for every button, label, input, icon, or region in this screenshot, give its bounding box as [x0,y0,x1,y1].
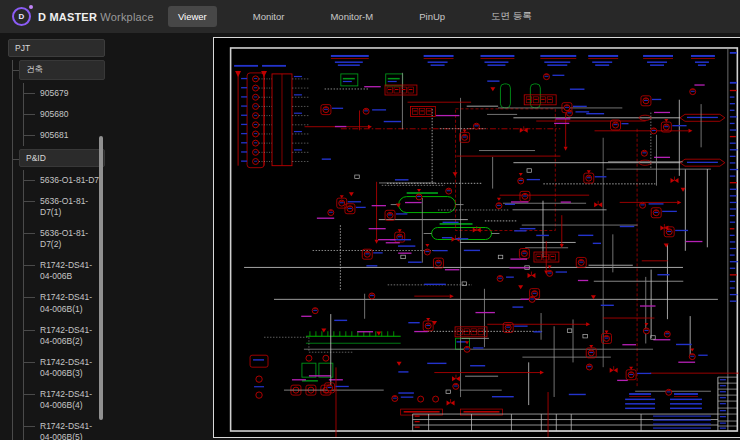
nav-tabs: ViewerMonitorMonitor-MPinUp도면 등록 [168,5,542,28]
tab-monitor[interactable]: Monitor [243,6,295,27]
logo-letter: D [19,13,25,21]
tab-monitor-m[interactable]: Monitor-M [320,6,383,27]
tree-item-5636-o1-81-d7[interactable]: 5636-O1-81-D7 [36,170,105,191]
tab-pinup[interactable]: PinUp [409,6,455,27]
tree-item-r1742-ds41-04-006b-2-[interactable]: R1742-DS41-04-006B(2) [36,320,105,352]
tree-item-r1742-ds41-04-006b-1-[interactable]: R1742-DS41-04-006B(1) [36,287,105,319]
tree-item-905680[interactable]: 905680 [36,104,105,125]
pid-diagram [214,38,739,437]
tree-item-r1742-ds41-04-006b-4-[interactable]: R1742-DS41-04-006B(4) [36,384,105,416]
project-tree-panel: PJT건축905679905680905681P&ID5636-O1-81-D7… [0,33,213,440]
tree-scrollbar[interactable] [99,136,103,420]
brand-light: Workplace [100,11,154,23]
tree-group-pjt[interactable]: PJT [8,39,105,57]
app-logo: D D MASTER Workplace [12,7,154,26]
tab-도면-등록[interactable]: 도면 등록 [481,5,542,28]
tree-item-905681[interactable]: 905681 [36,125,105,146]
tab-viewer[interactable]: Viewer [168,6,217,27]
tree-item-r1742-ds41-04-006b-5-[interactable]: R1742-DS41-04-006B(5) [36,416,105,440]
tree-item-5636-o1-81-d7-2-[interactable]: 5636-O1-81-D7(2) [36,223,105,255]
project-tree: PJT건축905679905680905681P&ID5636-O1-81-D7… [8,39,105,440]
tree-item-905679[interactable]: 905679 [36,83,105,104]
brand-bold: D MASTER [38,11,97,23]
tree-item-r1742-ds41-04-006b-3-[interactable]: R1742-DS41-04-006B(3) [36,352,105,384]
tree-group-pnid[interactable]: P&ID [19,149,105,167]
tree-item-r1742-ds41-04-006b[interactable]: R1742-DS41-04-006B [36,255,105,287]
logo-icon: D [12,7,31,26]
tree-group-건축[interactable]: 건축 [19,60,105,80]
app-header: D D MASTER Workplace ViewerMonitorMonito… [0,0,740,33]
tree-item-5636-o1-81-d7-1-[interactable]: 5636-O1-81-D7(1) [36,191,105,223]
drawing-canvas[interactable] [213,37,740,438]
brand-text: D MASTER Workplace [38,11,154,23]
